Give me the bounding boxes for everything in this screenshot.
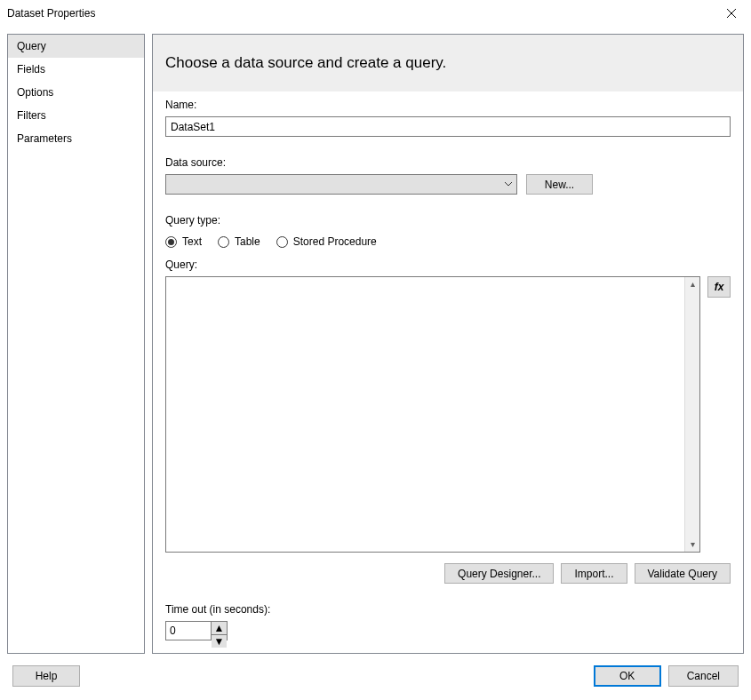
close-icon bbox=[727, 9, 736, 18]
scroll-up-icon: ▴ bbox=[691, 280, 695, 289]
timeout-input[interactable] bbox=[166, 622, 211, 640]
radio-label: Text bbox=[182, 235, 202, 248]
query-label: Query: bbox=[165, 259, 731, 271]
sidebar: Query Fields Options Filters Parameters bbox=[7, 34, 145, 654]
radio-table[interactable]: Table bbox=[218, 235, 260, 248]
radio-icon bbox=[218, 236, 229, 248]
sidebar-item-fields[interactable]: Fields bbox=[8, 58, 144, 81]
sidebar-item-filters[interactable]: Filters bbox=[8, 104, 144, 127]
radio-icon bbox=[276, 236, 288, 248]
radio-text[interactable]: Text bbox=[165, 235, 202, 248]
sidebar-item-label: Fields bbox=[17, 63, 45, 76]
sidebar-item-label: Parameters bbox=[17, 132, 72, 145]
querytype-label: Query type: bbox=[165, 214, 731, 227]
sidebar-item-parameters[interactable]: Parameters bbox=[8, 127, 144, 150]
scroll-down-icon: ▾ bbox=[691, 540, 695, 549]
chevron-down-icon bbox=[500, 175, 516, 194]
datasource-label: Data source: bbox=[165, 156, 731, 169]
query-designer-button[interactable]: Query Designer... bbox=[444, 563, 554, 584]
dialog-body: Query Fields Options Filters Parameters … bbox=[0, 27, 751, 661]
close-button[interactable] bbox=[711, 0, 751, 27]
page-heading: Choose a data source and create a query. bbox=[165, 54, 731, 72]
querytype-radios: Text Table Stored Procedure bbox=[165, 235, 731, 248]
timeout-spinner[interactable]: ▲ ▼ bbox=[165, 621, 228, 640]
fx-icon: fx bbox=[715, 281, 724, 293]
main-panel: Choose a data source and create a query.… bbox=[152, 34, 744, 654]
dialog-footer: Help OK Cancel bbox=[0, 661, 751, 700]
header-band: Choose a data source and create a query. bbox=[153, 35, 743, 91]
sidebar-item-query[interactable]: Query bbox=[8, 35, 144, 58]
validate-query-button[interactable]: Validate Query bbox=[635, 563, 731, 584]
radio-label: Stored Procedure bbox=[293, 235, 377, 248]
cancel-button[interactable]: Cancel bbox=[668, 665, 739, 687]
spinner-up-button[interactable]: ▲ bbox=[212, 622, 227, 635]
new-datasource-button[interactable]: New... bbox=[526, 174, 593, 195]
chevron-down-icon: ▼ bbox=[214, 635, 225, 648]
datasource-combobox[interactable] bbox=[165, 174, 517, 195]
spinner-buttons: ▲ ▼ bbox=[211, 622, 227, 640]
name-input[interactable] bbox=[165, 116, 731, 137]
name-label: Name: bbox=[165, 99, 731, 111]
help-button[interactable]: Help bbox=[12, 665, 80, 687]
window-title: Dataset Properties bbox=[7, 7, 95, 20]
query-textarea[interactable] bbox=[166, 277, 684, 552]
scrollbar[interactable]: ▴ ▾ bbox=[684, 277, 699, 552]
radio-label: Table bbox=[235, 235, 260, 248]
chevron-up-icon: ▲ bbox=[214, 622, 225, 634]
import-button[interactable]: Import... bbox=[561, 563, 627, 584]
sidebar-item-label: Options bbox=[17, 86, 53, 99]
timeout-label: Time out (in seconds): bbox=[165, 603, 731, 616]
title-bar: Dataset Properties bbox=[0, 0, 751, 27]
sidebar-item-label: Filters bbox=[17, 109, 46, 122]
sidebar-item-options[interactable]: Options bbox=[8, 81, 144, 104]
query-textarea-wrap: ▴ ▾ bbox=[165, 276, 700, 553]
radio-icon bbox=[165, 236, 177, 248]
ok-button[interactable]: OK bbox=[594, 665, 661, 687]
spinner-down-button[interactable]: ▼ bbox=[212, 635, 227, 648]
expression-button[interactable]: fx bbox=[707, 276, 731, 298]
radio-stored-procedure[interactable]: Stored Procedure bbox=[276, 235, 377, 248]
form-area: Name: Data source: New... Query type: Te bbox=[153, 91, 743, 653]
sidebar-item-label: Query bbox=[17, 40, 46, 52]
